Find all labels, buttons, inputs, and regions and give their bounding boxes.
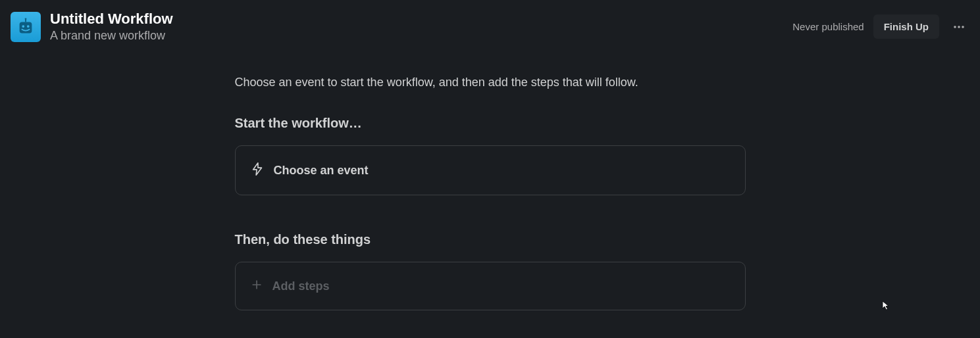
ellipsis-icon bbox=[952, 20, 966, 34]
publish-status: Never published bbox=[792, 21, 864, 32]
header-right: Never published Finish Up bbox=[792, 14, 969, 39]
svg-point-4 bbox=[25, 18, 27, 20]
svg-rect-0 bbox=[20, 22, 32, 33]
title-block: Untitled Workflow A brand new workflow bbox=[50, 11, 173, 43]
add-steps-card[interactable]: Add steps bbox=[235, 262, 746, 310]
svg-point-1 bbox=[22, 25, 24, 28]
workflow-app-icon bbox=[11, 12, 41, 42]
plus-icon bbox=[250, 278, 263, 294]
header-left: Untitled Workflow A brand new workflow bbox=[11, 11, 173, 43]
then-section-heading: Then, do these things bbox=[235, 232, 746, 247]
more-options-button[interactable] bbox=[948, 16, 969, 37]
start-section-heading: Start the workflow… bbox=[235, 116, 746, 131]
robot-face-icon bbox=[16, 17, 36, 37]
svg-point-5 bbox=[954, 26, 956, 28]
svg-point-7 bbox=[962, 26, 964, 28]
lightning-icon bbox=[250, 162, 265, 179]
choose-event-card[interactable]: Choose an event bbox=[235, 145, 746, 195]
add-steps-label: Add steps bbox=[272, 279, 330, 293]
svg-point-2 bbox=[27, 25, 30, 28]
workflow-subtitle: A brand new workflow bbox=[50, 29, 173, 43]
mouse-cursor-icon bbox=[881, 300, 892, 313]
header: Untitled Workflow A brand new workflow N… bbox=[0, 0, 980, 53]
choose-event-label: Choose an event bbox=[274, 164, 369, 178]
workflow-title: Untitled Workflow bbox=[50, 11, 173, 28]
intro-text: Choose an event to start the workflow, a… bbox=[235, 76, 746, 89]
finish-up-button[interactable]: Finish Up bbox=[873, 14, 939, 39]
main-content: Choose an event to start the workflow, a… bbox=[235, 53, 746, 310]
svg-point-6 bbox=[958, 26, 960, 28]
